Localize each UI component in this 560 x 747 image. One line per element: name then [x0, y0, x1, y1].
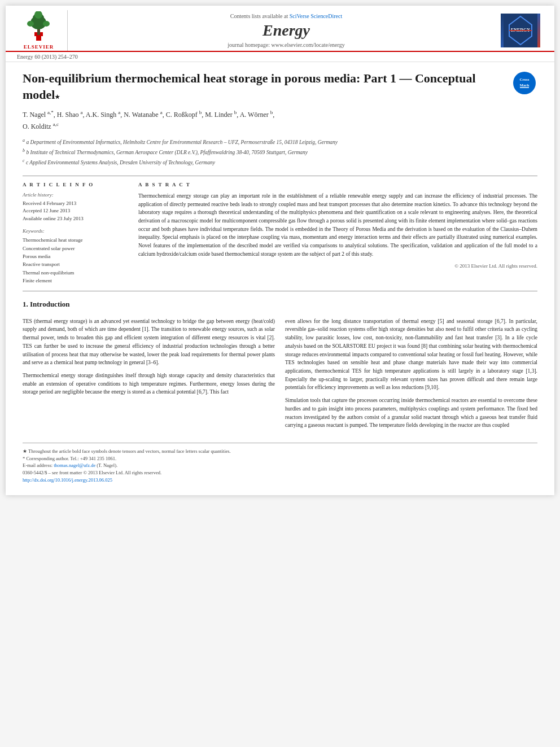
keyword-1: Thermochemical heat storage — [23, 236, 127, 244]
doi-link[interactable]: http://dx.doi.org/10.1016/j.energy.2013.… — [23, 477, 112, 483]
abstract-col: A B S T R A C T Thermochemical energy st… — [138, 182, 537, 285]
elsevier-brand-text: ELSEVIER — [24, 44, 54, 50]
article-info-header: A R T I C L E I N F O — [23, 182, 127, 187]
sciverse-line: Contents lists available at SciVerse Sci… — [230, 13, 343, 19]
doi-header-line: Energy 60 (2013) 254–270 — [6, 52, 554, 62]
svg-text:Cross: Cross — [520, 77, 530, 82]
svg-point-7 — [43, 21, 50, 27]
article-title-text: Non-equilibrium thermochemical heat stor… — [23, 71, 476, 102]
received-date: Received 4 February 2013 — [23, 200, 127, 208]
svg-text:Mark: Mark — [519, 83, 529, 88]
email-note: E-mail address: thomas.nagel@ufz.de (T. … — [23, 462, 537, 469]
keyword-5: Thermal non-equilibrium — [23, 269, 127, 277]
sciverse-link[interactable]: SciVerse ScienceDirect — [290, 13, 343, 19]
authors-line: T. Nagel a,*, H. Shao a, A.K. Singh a, N… — [23, 108, 537, 132]
journal-header: ELSEVIER Contents lists available at Sci… — [6, 6, 554, 52]
energy-logo-box: ENERGY — [498, 10, 543, 51]
affiliations: a a Department of Environmental Informat… — [23, 137, 537, 167]
keyword-4: Reactive transport — [23, 260, 127, 268]
energy-logo-img: ENERGY — [501, 14, 540, 47]
footer-area: ★ Throughout the article bold face symbo… — [23, 443, 537, 484]
intro-para-3: even allows for the long distance transp… — [285, 317, 537, 392]
available-date: Available online 23 July 2013 — [23, 215, 127, 223]
title-star: ★ — [55, 94, 60, 100]
copyright-line: © 2013 Elsevier Ltd. All rights reserved… — [138, 263, 537, 269]
doi-line: http://dx.doi.org/10.1016/j.energy.2013.… — [23, 477, 537, 484]
keyword-2: Concentrated solar power — [23, 244, 127, 252]
abstract-text: Thermochemical energy storage can play a… — [138, 192, 537, 259]
author-email-link[interactable]: thomas.nagel@ufz.de — [54, 462, 95, 468]
keyword-6: Finite element — [23, 277, 127, 285]
section-title: 1. Introduction — [23, 300, 537, 309]
svg-point-6 — [27, 21, 34, 27]
elsevier-logo: ELSEVIER — [17, 10, 68, 51]
intro-section: 1. Introduction TES (thermal energy stor… — [23, 300, 537, 434]
issn-line: 0360-5442/$ – see front matter © 2013 El… — [23, 469, 537, 477]
intro-col-left: TES (thermal energy storage) is an advan… — [23, 317, 275, 434]
intro-body: TES (thermal energy storage) is an advan… — [23, 317, 537, 434]
journal-homepage: journal homepage: www.elsevier.com/locat… — [228, 42, 344, 48]
journal-center: Contents lists available at SciVerse Sci… — [75, 10, 498, 51]
page: ELSEVIER Contents lists available at Sci… — [6, 6, 554, 495]
keywords-section: Keywords: Thermochemical heat storage Co… — [23, 228, 127, 285]
divider-intro — [23, 291, 537, 291]
abstract-header: A B S T R A C T — [138, 182, 537, 187]
article-info-col: A R T I C L E I N F O Article history: R… — [23, 182, 127, 285]
intro-para-2: Thermochemical energy storage distinguis… — [23, 372, 275, 396]
intro-para-1: TES (thermal energy storage) is an advan… — [23, 317, 275, 367]
intro-para-4: Simulation tools that capture the proces… — [285, 396, 537, 430]
affil-line-a: a a Department of Environmental Informat… — [23, 137, 537, 146]
affil-line-c: c c Applied Environmental Systems Analys… — [23, 158, 537, 167]
intro-col-right-text: even allows for the long distance transp… — [285, 317, 537, 430]
crossmark-badge[interactable]: Cross Mark — [512, 71, 537, 98]
article-title-section: Non-equilibrium thermochemical heat stor… — [23, 71, 537, 103]
journal-name-display: Energy — [262, 21, 310, 40]
accepted-date: Accepted 12 June 2013 — [23, 207, 127, 215]
main-content: Non-equilibrium thermochemical heat stor… — [6, 62, 554, 495]
article-title: Non-equilibrium thermochemical heat stor… — [23, 71, 501, 103]
divider-top — [23, 176, 537, 176]
intro-col-left-text: TES (thermal energy storage) is an advan… — [23, 317, 275, 396]
article-info-abstract-section: A R T I C L E I N F O Article history: R… — [23, 182, 537, 285]
keywords-label: Keywords: — [23, 228, 127, 234]
history-label: Article history: — [23, 192, 127, 198]
star-footnote: ★ Throughout the article bold face symbo… — [23, 448, 537, 455]
corresponding-note: * Corresponding author. Tel.: +49 341 23… — [23, 455, 537, 462]
intro-col-right: even allows for the long distance transp… — [285, 317, 537, 434]
keyword-3: Porous media — [23, 252, 127, 260]
affil-line-b: b b Institute of Technical Thermodynamic… — [23, 147, 537, 156]
elsevier-tree-icon — [20, 11, 57, 42]
